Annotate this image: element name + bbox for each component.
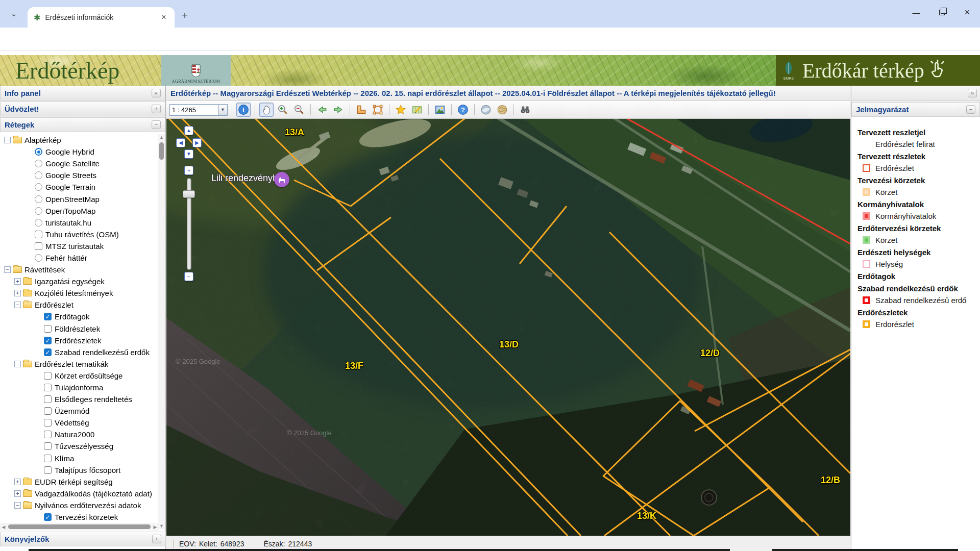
tree-node[interactable]: ✓Szabad rendelkezésű erdők <box>0 346 159 358</box>
expand-section-icon[interactable]: + <box>152 105 161 113</box>
expand-node-icon[interactable]: + <box>14 490 21 497</box>
collapse-node-icon[interactable]: − <box>4 266 11 273</box>
tree-node[interactable]: −Erdőrészlet <box>0 299 159 311</box>
pan-button[interactable] <box>259 103 274 117</box>
tab-search-chevron-icon[interactable]: ⌄ <box>7 7 20 20</box>
layer-radio[interactable] <box>35 207 42 215</box>
scroll-left-icon[interactable]: ◀ <box>0 524 7 530</box>
window-close-button[interactable]: × <box>954 7 980 18</box>
tree-node[interactable]: +Közjóléti létesítmények <box>0 287 159 299</box>
scroll-down-icon[interactable]: ▼ <box>158 523 165 530</box>
layer-checkbox[interactable] <box>44 455 52 462</box>
scale-dropdown-icon[interactable]: ▼ <box>218 104 228 116</box>
window-minimize-button[interactable]: — <box>903 8 929 17</box>
layer-radio[interactable] <box>35 183 42 191</box>
image-export-button[interactable] <box>433 103 447 117</box>
tree-node[interactable]: Védettség <box>0 417 159 429</box>
layer-checkbox[interactable] <box>44 325 52 333</box>
layer-checkbox[interactable] <box>44 372 52 380</box>
measure-area-button[interactable] <box>371 103 385 117</box>
expand-node-icon[interactable]: + <box>14 278 21 285</box>
globe-earth-button[interactable] <box>479 103 493 117</box>
layer-checkbox[interactable]: ✓ <box>44 313 52 320</box>
tree-node[interactable]: +Vadgazdálkodás (tájékoztató adat) <box>0 488 159 499</box>
collapse-panel-button[interactable]: « <box>152 89 161 97</box>
collapse-legend-icon[interactable]: − <box>966 105 975 114</box>
tree-node[interactable]: Google Satellite <box>0 158 159 169</box>
layer-checkbox[interactable] <box>35 231 42 238</box>
tree-vertical-scrollbar[interactable]: ▲ ▼ <box>158 134 165 530</box>
layer-checkbox[interactable] <box>44 442 52 450</box>
pan-down-icon[interactable]: ▼ <box>184 149 193 159</box>
tree-node[interactable]: −Alaptérkép <box>0 134 159 146</box>
tree-node[interactable]: Google Streets <box>0 169 159 181</box>
vertical-scroll-thumb[interactable] <box>159 142 164 160</box>
zoom-out-button[interactable] <box>292 103 306 117</box>
layer-checkbox[interactable]: ✓ <box>44 337 52 344</box>
layer-radio[interactable] <box>35 219 42 227</box>
scroll-right-icon[interactable]: ▶ <box>152 524 159 530</box>
info-button[interactable]: i <box>236 103 251 117</box>
bookmarks-section-header[interactable]: Könyvjelzők + <box>0 532 166 546</box>
collapse-node-icon[interactable]: − <box>14 302 21 308</box>
tree-node[interactable]: Talajtípus főcsoport <box>0 464 159 476</box>
layer-checkbox[interactable] <box>44 419 52 427</box>
layer-checkbox[interactable] <box>44 384 52 391</box>
tree-node[interactable]: Tuhu rávetítés (OSM) <box>0 229 159 240</box>
collapse-section-icon[interactable]: − <box>152 120 161 129</box>
pan-up-icon[interactable]: ▲ <box>184 126 193 135</box>
tree-node[interactable]: ✓Tervezési körzetek <box>0 511 159 522</box>
tree-node[interactable]: MTSZ turistautak <box>0 240 159 252</box>
horizontal-scroll-thumb[interactable] <box>8 524 151 529</box>
layer-checkbox[interactable] <box>44 431 52 438</box>
tree-node[interactable]: Klíma <box>0 453 159 464</box>
tree-node[interactable]: OpenStreetMap <box>0 193 159 205</box>
tree-node[interactable]: −Rávetítések <box>0 264 159 276</box>
layer-checkbox[interactable] <box>35 242 42 250</box>
prev-extent-button[interactable] <box>315 103 329 117</box>
layer-checkbox[interactable]: ✓ <box>44 348 52 356</box>
zoom-slider-handle[interactable] <box>183 190 195 198</box>
layer-radio[interactable] <box>35 160 42 167</box>
tree-node[interactable]: −Nyilvános erdőtervezési adatok <box>0 499 159 511</box>
collapse-node-icon[interactable]: − <box>4 137 11 143</box>
tree-node[interactable]: Fehér háttér <box>0 252 159 264</box>
tree-node[interactable]: −Erdőrészlet tematikák <box>0 358 159 370</box>
favorites-button[interactable] <box>394 103 408 117</box>
search-binoculars-button[interactable] <box>518 103 532 117</box>
layer-checkbox[interactable] <box>44 395 52 403</box>
tab-close-icon[interactable]: × <box>159 13 168 22</box>
next-extent-button[interactable] <box>331 103 346 117</box>
collapse-node-icon[interactable]: − <box>14 361 21 367</box>
tree-node[interactable]: Google Terrain <box>0 181 159 193</box>
poi-marker-lodging-icon[interactable] <box>274 172 289 187</box>
layer-radio[interactable] <box>35 148 42 156</box>
zoom-in-plus-icon[interactable]: ＋ <box>184 166 193 175</box>
layer-checkbox[interactable] <box>44 466 52 474</box>
tree-node[interactable]: ✓Erdőrészletek <box>0 335 159 346</box>
tree-node[interactable]: Natura2000 <box>0 429 159 440</box>
tree-node[interactable]: OpenTopoMap <box>0 205 159 217</box>
measure-length-button[interactable] <box>354 103 369 117</box>
help-button[interactable]: ? <box>456 103 470 117</box>
globe-overlay-button[interactable] <box>495 103 509 117</box>
layer-radio[interactable] <box>35 171 42 179</box>
layer-radio[interactable] <box>35 195 42 203</box>
tree-node[interactable]: Elsődleges rendeltetés <box>0 393 159 405</box>
expand-node-icon[interactable]: + <box>14 479 21 485</box>
erdokar-banner-link[interactable]: EMRE Erdőkár térkép <box>776 55 980 86</box>
layers-section-header[interactable]: Rétegek − <box>0 117 165 132</box>
tree-node[interactable]: turistautak.hu <box>0 217 159 229</box>
tree-node[interactable]: Tűzveszélyesség <box>0 440 159 452</box>
tree-node[interactable]: ✓Erdőtagok <box>0 311 159 322</box>
new-tab-button[interactable]: + <box>182 9 188 21</box>
browser-tab[interactable]: ✱ Erdészeti információk × <box>28 7 175 28</box>
expand-node-icon[interactable]: + <box>14 290 21 296</box>
legend-header[interactable]: Jelmagyarázat − <box>851 102 980 117</box>
tree-horizontal-scrollbar[interactable]: ◀ ▶ <box>0 523 159 531</box>
collapse-legend-panel-button[interactable]: » <box>968 89 977 97</box>
scale-input[interactable]: 1 : 4265 <box>169 104 218 116</box>
map-draw-button[interactable] <box>410 103 424 117</box>
tree-node[interactable]: Körzet erdősültsége <box>0 370 159 382</box>
pan-left-icon[interactable]: ◀ <box>176 138 185 147</box>
